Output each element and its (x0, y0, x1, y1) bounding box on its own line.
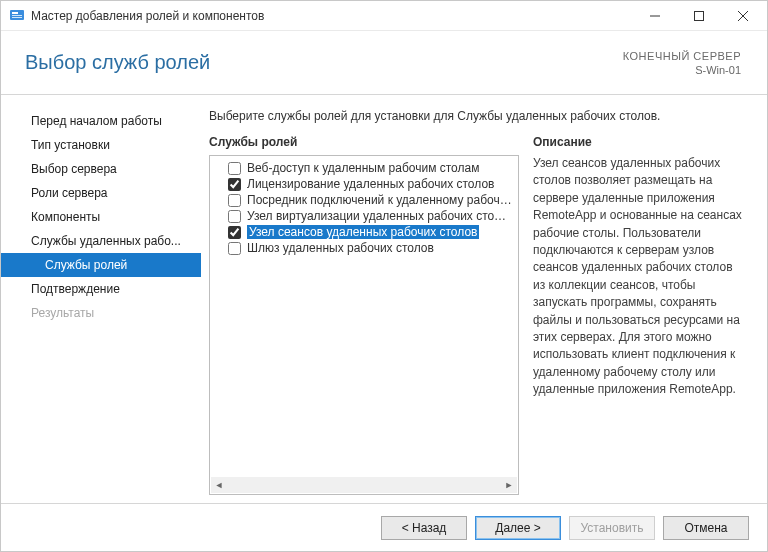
titlebar: Мастер добавления ролей и компонентов (1, 1, 767, 31)
role-item[interactable]: Узел виртуализации удаленных рабочих сто… (210, 208, 518, 224)
role-item[interactable]: Посредник подключений к удаленному рабоч… (210, 192, 518, 208)
role-label: Посредник подключений к удаленному рабоч… (247, 193, 512, 207)
next-button[interactable]: Далее > (475, 516, 561, 540)
install-button[interactable]: Установить (569, 516, 655, 540)
svg-rect-1 (12, 12, 18, 14)
nav-step[interactable]: Выбор сервера (1, 157, 201, 181)
role-label: Веб-доступ к удаленным рабочим столам (247, 161, 479, 175)
nav-step[interactable]: Перед началом работы (1, 109, 201, 133)
svg-rect-5 (695, 11, 704, 20)
nav-step[interactable]: Службы ролей (1, 253, 201, 277)
role-checkbox[interactable] (228, 242, 241, 255)
role-item[interactable]: Узел сеансов удаленных рабочих столов (210, 224, 518, 240)
role-label: Узел сеансов удаленных рабочих столов (247, 225, 479, 239)
role-checkbox[interactable] (228, 162, 241, 175)
page-heading: Выбор служб ролей (25, 51, 623, 74)
nav-step[interactable]: Службы удаленных рабо... (1, 229, 201, 253)
svg-rect-2 (12, 15, 22, 16)
close-button[interactable] (721, 2, 765, 30)
role-label: Лицензирование удаленных рабочих столов (247, 177, 494, 191)
horizontal-scrollbar[interactable]: ◄ ► (211, 477, 517, 493)
role-checkbox[interactable] (228, 194, 241, 207)
description-text: Узел сеансов удаленных рабочих столов по… (533, 155, 745, 398)
nav-step[interactable]: Подтверждение (1, 277, 201, 301)
role-checkbox[interactable] (228, 210, 241, 223)
wizard-body: Перед началом работыТип установкиВыбор с… (1, 95, 767, 503)
svg-rect-3 (12, 17, 22, 18)
role-checkbox[interactable] (228, 178, 241, 191)
wizard-footer: < Назад Далее > Установить Отмена (1, 503, 767, 551)
wizard-header: Выбор служб ролей КОНЕЧНЫЙ СЕРВЕР S-Win-… (1, 31, 767, 95)
nav-step[interactable]: Роли сервера (1, 181, 201, 205)
description-heading: Описание (533, 135, 745, 149)
scroll-left-arrow-icon[interactable]: ◄ (211, 477, 227, 493)
destination-name: S-Win-01 (623, 64, 741, 76)
server-manager-icon (9, 8, 25, 24)
roles-heading: Службы ролей (209, 135, 519, 149)
instruction-text: Выберите службы ролей для установки для … (209, 109, 745, 123)
destination-label: КОНЕЧНЫЙ СЕРВЕР (623, 50, 741, 62)
minimize-button[interactable] (633, 2, 677, 30)
role-item[interactable]: Шлюз удаленных рабочих столов (210, 240, 518, 256)
nav-step: Результаты (1, 301, 201, 325)
wizard-nav: Перед началом работыТип установкиВыбор с… (1, 95, 201, 503)
destination-server: КОНЕЧНЫЙ СЕРВЕР S-Win-01 (623, 50, 741, 76)
nav-step[interactable]: Компоненты (1, 205, 201, 229)
role-item[interactable]: Лицензирование удаленных рабочих столов (210, 176, 518, 192)
nav-step[interactable]: Тип установки (1, 133, 201, 157)
back-button[interactable]: < Назад (381, 516, 467, 540)
role-item[interactable]: Веб-доступ к удаленным рабочим столам (210, 160, 518, 176)
role-checkbox[interactable] (228, 226, 241, 239)
role-label: Шлюз удаленных рабочих столов (247, 241, 434, 255)
wizard-content: Выберите службы ролей для установки для … (201, 95, 767, 503)
role-label: Узел виртуализации удаленных рабочих сто… (247, 209, 512, 223)
roles-listbox[interactable]: Веб-доступ к удаленным рабочим столамЛиц… (209, 155, 519, 495)
cancel-button[interactable]: Отмена (663, 516, 749, 540)
window-title: Мастер добавления ролей и компонентов (31, 9, 264, 23)
scroll-right-arrow-icon[interactable]: ► (501, 477, 517, 493)
maximize-button[interactable] (677, 2, 721, 30)
